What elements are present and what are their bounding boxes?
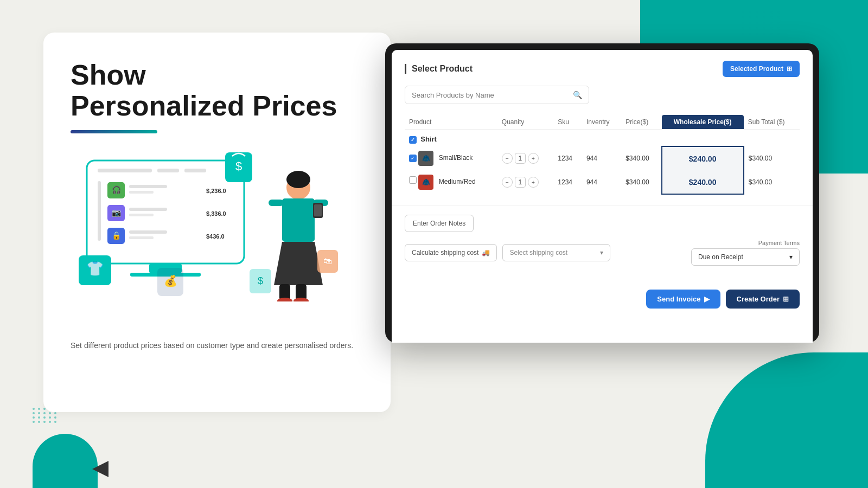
cell-sku-2: 1234 [553, 170, 582, 194]
svg-point-29 [286, 171, 310, 188]
panel-header: Select Product Selected Product ⊞ [405, 61, 800, 77]
col-product: Product [405, 115, 497, 130]
left-panel-card: Show Personalized Prices [43, 33, 391, 412]
action-buttons: Send Invoice ▶ Create Order ⊞ [392, 282, 813, 319]
cell-subtotal-1: $340.00 [744, 146, 800, 170]
illustration-area: 🎧 $,236.0 📷 $,336.0 🔒 $436.0 [71, 150, 363, 323]
chevron-down-icon: ▾ [600, 249, 603, 256]
qty-stepper-1: − 1 + [502, 153, 549, 164]
cell-product-1: ✓ 🧥 Small/Black [405, 146, 497, 170]
qty-value-1: 1 [515, 153, 526, 164]
col-wholesale: Wholesale Price($) [662, 115, 744, 130]
headline: Show Personalized Prices [71, 60, 363, 121]
svg-text:👕: 👕 [86, 260, 104, 277]
main-container: Show Personalized Prices [0, 0, 868, 488]
svg-rect-15 [129, 214, 154, 216]
svg-text:$,336.0: $,336.0 [206, 210, 226, 217]
truck-icon: 🚚 [482, 249, 490, 256]
checkbox-row1[interactable]: ✓ [409, 155, 417, 162]
qty-minus-1[interactable]: − [502, 153, 513, 164]
payment-terms-value: Due on Receipt [698, 253, 743, 261]
col-price: Price($) [621, 115, 661, 130]
product-table: Product Quanity Sku Inventry Price($) Wh… [405, 115, 800, 195]
qty-minus-2[interactable]: − [502, 177, 513, 188]
col-sku: Sku [553, 115, 582, 130]
search-bar[interactable]: 🔍 [405, 86, 589, 104]
bottom-section: Enter Order Notes Calculate shipping cos… [392, 206, 813, 282]
cell-sku-1: 1234 [553, 146, 582, 170]
payment-terms-dropdown[interactable]: Due on Receipt ▾ [691, 248, 800, 266]
search-input[interactable] [412, 91, 573, 99]
order-icon: ⊞ [783, 295, 789, 303]
selected-product-button[interactable]: Selected Product ⊞ [723, 61, 800, 77]
search-icon: 🔍 [573, 91, 582, 99]
cell-product-2: 🧥 Medium/Red [405, 170, 497, 194]
svg-rect-30 [282, 198, 315, 242]
send-icon: ▶ [704, 295, 710, 303]
qty-value-2: 1 [515, 177, 526, 188]
nav-arrow[interactable] [92, 461, 108, 477]
col-inventory: Inventry [582, 115, 621, 130]
svg-text:$,236.0: $,236.0 [206, 188, 226, 194]
product-panel: Select Product Selected Product ⊞ 🔍 [392, 50, 813, 206]
svg-text:🛍: 🛍 [323, 256, 332, 266]
svg-text:📷: 📷 [112, 208, 122, 217]
qty-plus-2[interactable]: + [528, 177, 539, 188]
right-panel: Select Product Selected Product ⊞ 🔍 [369, 0, 868, 488]
qty-stepper-2: − 1 + [502, 177, 549, 188]
order-notes-button[interactable]: Enter Order Notes [405, 215, 474, 232]
svg-rect-10 [129, 191, 154, 194]
svg-rect-31 [269, 200, 284, 206]
svg-rect-4 [157, 169, 179, 172]
svg-rect-3 [98, 169, 152, 172]
svg-text:$: $ [258, 275, 263, 286]
underline-decoration [71, 130, 157, 133]
svg-text:🎧: 🎧 [112, 185, 122, 195]
svg-rect-9 [129, 185, 167, 188]
chevron-down-icon-payment: ▾ [789, 253, 793, 261]
svg-text:💰: 💰 [164, 274, 177, 287]
svg-rect-14 [129, 208, 167, 211]
shipping-row: Calculate shipping cost 🚚 Select shippin… [405, 240, 800, 266]
send-invoice-button[interactable]: Send Invoice ▶ [646, 290, 720, 309]
payment-terms-label: Payment Terms [691, 240, 800, 246]
thumb-row2: 🧥 [418, 175, 433, 190]
calculate-shipping-button[interactable]: Calculate shipping cost 🚚 [405, 244, 497, 261]
shipping-select[interactable]: Select shipping cost ▾ [502, 244, 610, 261]
panel-title: Select Product [405, 64, 473, 74]
thumb-row1: 🧥 [418, 151, 433, 166]
variant-row1: Small/Black [439, 154, 473, 162]
cell-wholesale-1: $240.00 [662, 146, 744, 170]
table-row: 🧥 Medium/Red − 1 + [405, 170, 800, 194]
svg-rect-34 [314, 204, 322, 216]
cell-subtotal-2: $340.00 [744, 170, 800, 194]
variant-row2: Medium/Red [439, 178, 476, 185]
table-row: ✓ 🧥 Small/Black − 1 + [405, 146, 800, 170]
col-subtotal: Sub Total ($) [744, 115, 800, 130]
cell-price-1: $340.00 [621, 146, 661, 170]
cell-wholesale-2: $240.00 [662, 170, 744, 194]
laptop-screen: Select Product Selected Product ⊞ 🔍 [392, 50, 813, 343]
laptop-frame: Select Product Selected Product ⊞ 🔍 [385, 43, 819, 343]
product-group-shirt: ✓ Shirt [405, 130, 800, 147]
cell-inv-1: 944 [582, 146, 621, 170]
svg-rect-20 [129, 236, 154, 239]
checkbox-shirt[interactable]: ✓ [409, 136, 417, 144]
svg-rect-5 [184, 169, 206, 172]
group-name-shirt: Shirt [420, 135, 437, 143]
cell-inv-2: 944 [582, 170, 621, 194]
svg-text:$436.0: $436.0 [206, 233, 225, 240]
illustration-svg: 🎧 $,236.0 📷 $,336.0 🔒 $436.0 [71, 150, 342, 301]
qty-plus-1[interactable]: + [528, 153, 539, 164]
col-quantity: Quanity [497, 115, 553, 130]
checkbox-row2[interactable] [409, 176, 417, 184]
svg-text:🔒: 🔒 [112, 231, 122, 240]
payment-terms-section: Payment Terms Due on Receipt ▾ [691, 240, 800, 266]
cell-qty-1: − 1 + [497, 146, 553, 170]
svg-rect-6 [98, 181, 101, 241]
svg-rect-19 [129, 230, 167, 234]
cell-price-2: $340.00 [621, 170, 661, 194]
selected-product-icon: ⊞ [787, 65, 792, 73]
create-order-button[interactable]: Create Order ⊞ [726, 290, 800, 309]
left-panel: Show Personalized Prices [0, 0, 369, 488]
